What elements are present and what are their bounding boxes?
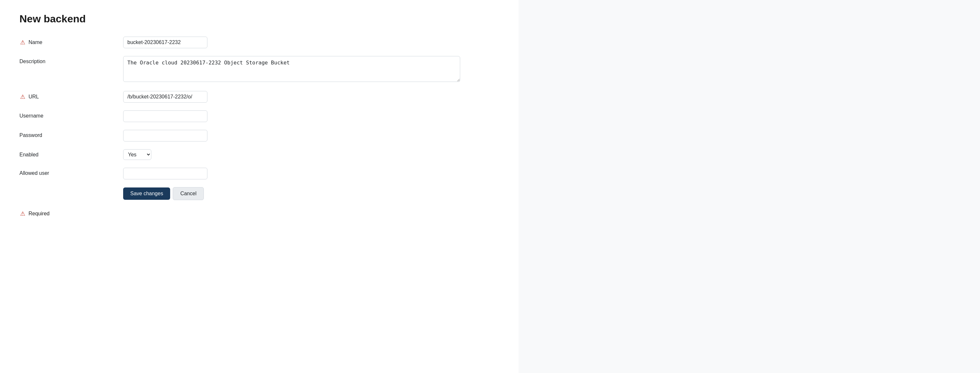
description-label-col: Description xyxy=(19,56,123,64)
username-row: Username xyxy=(19,110,499,122)
password-label: Password xyxy=(19,132,42,138)
password-field-col xyxy=(123,130,460,141)
page-title: New backend xyxy=(19,13,499,25)
password-input[interactable] xyxy=(123,130,207,141)
url-label-col: ⚠ URL xyxy=(19,91,123,100)
allowed-user-row: Allowed user xyxy=(19,168,499,179)
allowed-user-label: Allowed user xyxy=(19,170,49,176)
name-required-icon: ⚠ xyxy=(19,39,26,46)
username-label-col: Username xyxy=(19,110,123,119)
cancel-button[interactable]: Cancel xyxy=(173,187,204,200)
username-label: Username xyxy=(19,113,43,119)
required-note-text: Required xyxy=(29,211,49,217)
enabled-label: Enabled xyxy=(19,152,38,158)
url-input[interactable] xyxy=(123,91,207,103)
form-container: ⚠ Name Description The Oracle cloud 2023… xyxy=(19,37,499,217)
url-required-icon: ⚠ xyxy=(19,94,26,100)
required-note-icon: ⚠ xyxy=(19,211,26,217)
url-row: ⚠ URL xyxy=(19,91,499,103)
password-label-col: Password xyxy=(19,130,123,138)
enabled-row: Enabled Yes No xyxy=(19,149,499,160)
username-input[interactable] xyxy=(123,110,207,122)
enabled-field-col: Yes No xyxy=(123,149,460,160)
description-input[interactable]: The Oracle cloud 20230617-2232 Object St… xyxy=(123,56,460,82)
allowed-user-label-col: Allowed user xyxy=(19,168,123,176)
url-field-col xyxy=(123,91,460,103)
description-label: Description xyxy=(19,59,45,64)
required-note: ⚠ Required xyxy=(19,211,499,217)
page-container: New backend ⚠ Name Description The Oracl… xyxy=(0,0,519,373)
name-input[interactable] xyxy=(123,37,207,48)
allowed-user-input[interactable] xyxy=(123,168,207,179)
url-label: URL xyxy=(29,94,39,100)
allowed-user-field-col xyxy=(123,168,460,179)
enabled-select[interactable]: Yes No xyxy=(123,149,151,160)
name-field-col xyxy=(123,37,460,48)
name-label: Name xyxy=(29,40,43,45)
name-label-col: ⚠ Name xyxy=(19,37,123,46)
description-row: Description The Oracle cloud 20230617-22… xyxy=(19,56,499,83)
username-field-col xyxy=(123,110,460,122)
name-row: ⚠ Name xyxy=(19,37,499,48)
save-button[interactable]: Save changes xyxy=(123,187,170,200)
button-row: Save changes Cancel xyxy=(123,187,499,200)
enabled-label-col: Enabled xyxy=(19,149,123,158)
password-row: Password xyxy=(19,130,499,141)
description-field-col: The Oracle cloud 20230617-2232 Object St… xyxy=(123,56,460,83)
